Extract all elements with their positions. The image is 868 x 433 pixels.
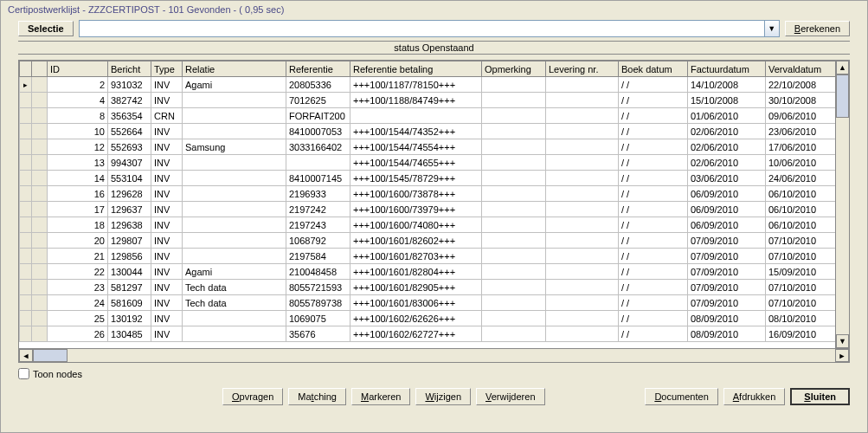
cell-id[interactable]: 23 xyxy=(48,280,108,295)
cell-id[interactable]: 18 xyxy=(48,217,108,233)
table-row[interactable]: 17129637INV2197242+++100/1600/73979+++/ … xyxy=(20,202,850,217)
cell-fact[interactable]: 07/09/2010 xyxy=(688,249,766,264)
row-header-cell[interactable] xyxy=(32,326,48,342)
col-relatie[interactable]: Relatie xyxy=(183,61,286,77)
row-header-cell[interactable] xyxy=(32,155,48,171)
row-indicator[interactable] xyxy=(20,233,32,249)
cell-bericht[interactable]: 130485 xyxy=(108,326,151,342)
selectie-button[interactable]: Selectie xyxy=(18,21,74,36)
row-header-cell[interactable] xyxy=(32,124,48,139)
row-indicator[interactable] xyxy=(20,108,32,124)
cell-referentie[interactable]: 8410007145 xyxy=(286,171,350,186)
table-row[interactable]: 16129628INV2196933+++100/1600/73878+++/ … xyxy=(20,186,850,202)
col-opmerking[interactable]: Opmerking xyxy=(482,61,546,77)
cell-id[interactable]: 14 xyxy=(48,171,108,186)
cell-verv[interactable]: 09/06/2010 xyxy=(766,108,839,124)
cell-levering[interactable] xyxy=(546,280,619,295)
wijzigen-button[interactable]: Wijzigen xyxy=(415,388,471,405)
cell-refbetaling[interactable]: +++100/1601/82804+++ xyxy=(350,264,482,280)
col-refbetaling[interactable]: Referentie betaling xyxy=(350,61,482,77)
cell-levering[interactable] xyxy=(546,155,619,171)
cell-id[interactable]: 20 xyxy=(48,233,108,249)
cell-type[interactable]: INV xyxy=(151,217,183,233)
cell-levering[interactable] xyxy=(546,139,619,155)
row-header-cell[interactable] xyxy=(32,171,48,186)
table-row[interactable]: 14553104INV8410007145+++100/1545/78729++… xyxy=(20,171,850,186)
col-vervaldatum[interactable]: Vervaldatum xyxy=(766,61,839,77)
col-id[interactable]: ID xyxy=(48,61,108,77)
row-indicator[interactable] xyxy=(20,217,32,233)
cell-id[interactable]: 22 xyxy=(48,264,108,280)
cell-relatie[interactable] xyxy=(183,311,286,326)
cell-verv[interactable]: 06/10/2010 xyxy=(766,217,839,233)
cell-opmerking[interactable] xyxy=(482,217,546,233)
row-header-cell[interactable] xyxy=(32,108,48,124)
cell-type[interactable]: INV xyxy=(151,202,183,217)
cell-refbetaling[interactable]: +++100/1601/82602+++ xyxy=(350,233,482,249)
cell-referentie[interactable]: 210048458 xyxy=(286,264,350,280)
cell-bericht[interactable]: 129856 xyxy=(108,249,151,264)
cell-opmerking[interactable] xyxy=(482,124,546,139)
col-type[interactable]: Type xyxy=(151,61,183,77)
cell-opmerking[interactable] xyxy=(482,77,546,93)
cell-bericht[interactable]: 130044 xyxy=(108,264,151,280)
cell-refbetaling[interactable]: +++100/1188/84749+++ xyxy=(350,93,482,108)
cell-opmerking[interactable] xyxy=(482,280,546,295)
cell-levering[interactable] xyxy=(546,171,619,186)
row-indicator[interactable] xyxy=(20,186,32,202)
cell-fact[interactable]: 15/10/2008 xyxy=(688,93,766,108)
cell-relatie[interactable] xyxy=(183,124,286,139)
cell-opmerking[interactable] xyxy=(482,155,546,171)
cell-opmerking[interactable] xyxy=(482,264,546,280)
cell-refbetaling[interactable]: +++100/1545/78729+++ xyxy=(350,171,482,186)
cell-opmerking[interactable] xyxy=(482,249,546,264)
cell-levering[interactable] xyxy=(546,311,619,326)
cell-referentie[interactable]: 2196933 xyxy=(286,186,350,202)
row-header-cell[interactable] xyxy=(32,249,48,264)
row-header-cell[interactable] xyxy=(32,217,48,233)
cell-boek[interactable]: / / xyxy=(619,264,688,280)
cell-levering[interactable] xyxy=(546,93,619,108)
cell-bericht[interactable]: 931032 xyxy=(108,77,151,93)
cell-opmerking[interactable] xyxy=(482,186,546,202)
cell-refbetaling[interactable]: +++100/1544/74352+++ xyxy=(350,124,482,139)
cell-opmerking[interactable] xyxy=(482,233,546,249)
berekenen-button[interactable]: Berekenen xyxy=(785,21,850,36)
cell-refbetaling[interactable] xyxy=(350,108,482,124)
cell-opmerking[interactable] xyxy=(482,171,546,186)
cell-bericht[interactable]: 552693 xyxy=(108,139,151,155)
scroll-right-icon[interactable]: ► xyxy=(835,349,849,362)
cell-refbetaling[interactable]: +++100/1544/74554+++ xyxy=(350,139,482,155)
cell-id[interactable]: 4 xyxy=(48,93,108,108)
verwijderen-button[interactable]: Verwijderen xyxy=(476,388,544,405)
cell-levering[interactable] xyxy=(546,202,619,217)
cell-fact[interactable]: 02/06/2010 xyxy=(688,139,766,155)
cell-refbetaling[interactable]: +++100/1602/62727+++ xyxy=(350,326,482,342)
selection-input[interactable] xyxy=(79,20,764,37)
cell-relatie[interactable]: Agami xyxy=(183,77,286,93)
cell-referentie[interactable]: 2197584 xyxy=(286,249,350,264)
row-header-cell[interactable] xyxy=(32,280,48,295)
cell-relatie[interactable] xyxy=(183,186,286,202)
cell-type[interactable]: INV xyxy=(151,295,183,311)
cell-boek[interactable]: / / xyxy=(619,295,688,311)
cell-referentie[interactable]: 2197243 xyxy=(286,217,350,233)
cell-fact[interactable]: 02/06/2010 xyxy=(688,124,766,139)
cell-referentie[interactable]: FORFAIT200 xyxy=(286,108,350,124)
cell-boek[interactable]: / / xyxy=(619,202,688,217)
table-row[interactable]: 25130192INV1069075+++100/1602/62626+++/ … xyxy=(20,311,850,326)
cell-referentie[interactable]: 35676 xyxy=(286,326,350,342)
cell-boek[interactable]: / / xyxy=(619,93,688,108)
cell-id[interactable]: 12 xyxy=(48,139,108,155)
sluiten-button[interactable]: Sluiten xyxy=(790,388,850,405)
cell-referentie[interactable]: 8410007053 xyxy=(286,124,350,139)
cell-opmerking[interactable] xyxy=(482,139,546,155)
cell-boek[interactable]: / / xyxy=(619,139,688,155)
row-indicator[interactable] xyxy=(20,202,32,217)
toon-nodes-input[interactable] xyxy=(18,368,29,379)
cell-referentie[interactable]: 1069075 xyxy=(286,311,350,326)
cell-bericht[interactable]: 356354 xyxy=(108,108,151,124)
cell-relatie[interactable] xyxy=(183,108,286,124)
cell-type[interactable]: INV xyxy=(151,264,183,280)
cell-levering[interactable] xyxy=(546,264,619,280)
